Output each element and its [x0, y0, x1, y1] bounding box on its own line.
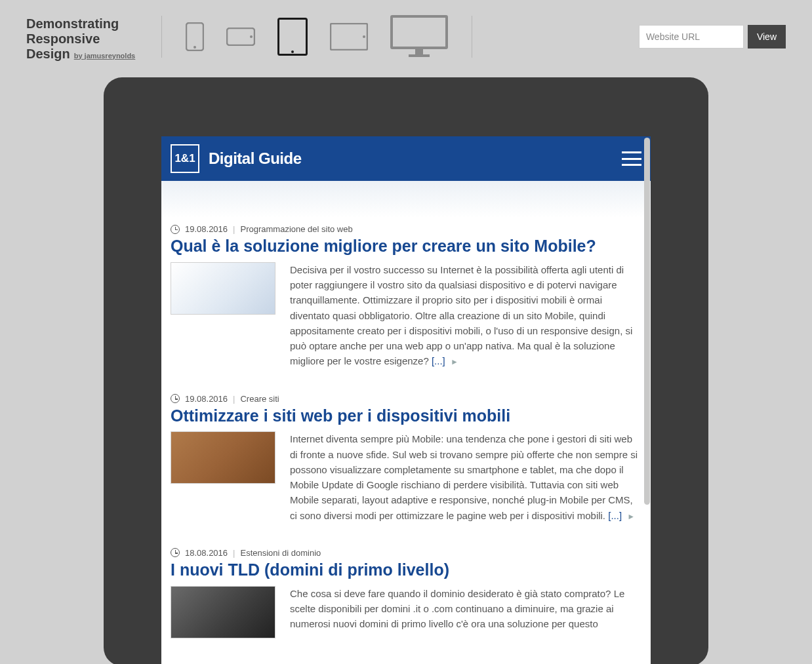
separator [472, 16, 472, 58]
article-category[interactable]: Creare siti [240, 394, 279, 404]
arrow-right-icon: ► [451, 357, 458, 366]
article-date: 19.08.2016 [185, 224, 228, 234]
desktop-icon[interactable] [390, 15, 448, 58]
svg-rect-9 [415, 49, 423, 54]
article: 18.08.2016 | Estensioni di dominio I nuo… [171, 541, 641, 657]
svg-rect-4 [279, 19, 307, 55]
brand-title-line: Responsive [26, 31, 151, 47]
article-excerpt: Che cosa si deve fare quando il dominio … [290, 586, 641, 632]
svg-point-1 [193, 46, 196, 49]
scrollbar[interactable] [644, 138, 650, 505]
article-meta: 19.08.2016 | Creare siti [171, 394, 641, 404]
article-list: 19.08.2016 | Programmazione del sito web… [161, 218, 651, 657]
separator: | [233, 548, 235, 558]
article: 19.08.2016 | Programmazione del sito web… [171, 218, 641, 387]
separator: | [233, 394, 235, 404]
tablet-landscape-icon[interactable] [330, 23, 368, 50]
article-title[interactable]: Qual è la soluzione migliore per creare … [171, 237, 641, 256]
device-frame: 1&1 Digital Guide 19.08.2016 | Programma… [104, 77, 708, 664]
article-excerpt: Decisiva per il vostro successo su Inter… [290, 262, 641, 369]
page-header: 1&1 Digital Guide [161, 136, 651, 181]
tablet-portrait-icon[interactable] [277, 18, 308, 56]
svg-rect-10 [409, 54, 430, 57]
brand-block: Demonstrating Responsive Design by jamus… [26, 12, 151, 62]
arrow-right-icon: ► [627, 512, 635, 521]
article-excerpt-text: Che cosa si deve fare quando il dominio … [290, 588, 624, 630]
read-more-link[interactable]: [...] [608, 510, 622, 521]
separator: | [233, 224, 235, 234]
svg-rect-6 [331, 24, 367, 50]
url-controls: View [639, 25, 786, 49]
article-excerpt-text: Internet diventa sempre più Mobile: una … [290, 433, 638, 520]
read-more-link[interactable]: [...] [432, 355, 445, 366]
svg-point-5 [291, 50, 294, 53]
phone-landscape-icon[interactable] [226, 28, 255, 46]
svg-point-7 [363, 35, 365, 38]
brand-logo[interactable]: 1&1 [171, 144, 199, 173]
article-category[interactable]: Estensioni di dominio [240, 548, 321, 558]
article-excerpt-text: Decisiva per il vostro successo su Inter… [290, 264, 632, 367]
page-title: Digital Guide [209, 149, 302, 168]
clock-icon [171, 548, 180, 557]
header-banner [161, 181, 651, 218]
article-thumbnail[interactable] [171, 586, 275, 638]
hamburger-menu-icon[interactable] [622, 151, 641, 166]
url-input[interactable] [639, 25, 744, 49]
separator [161, 16, 162, 58]
article-excerpt: Internet diventa sempre più Mobile: una … [290, 431, 641, 523]
article-thumbnail[interactable] [171, 262, 275, 315]
emulated-screen: 1&1 Digital Guide 19.08.2016 | Programma… [161, 136, 651, 664]
svg-rect-8 [392, 16, 447, 48]
clock-icon [171, 394, 180, 403]
article-meta: 19.08.2016 | Programmazione del sito web [171, 224, 641, 234]
article-title[interactable]: I nuovi TLD (domini di primo livello) [171, 560, 641, 579]
view-button[interactable]: View [748, 25, 786, 49]
brand-title-line: Demonstrating [26, 16, 151, 31]
article-category[interactable]: Programmazione del sito web [240, 224, 352, 234]
article-thumbnail[interactable] [171, 431, 275, 484]
article-title[interactable]: Ottimizzare i siti web per i dispositivi… [171, 406, 641, 425]
brand-title: Demonstrating Responsive Design by jamus… [26, 16, 151, 62]
article-date: 19.08.2016 [185, 394, 228, 404]
brand-title-line: Design [26, 47, 70, 62]
article: 19.08.2016 | Creare siti Ottimizzare i s… [171, 387, 641, 541]
clock-icon [171, 225, 180, 234]
phone-portrait-icon[interactable] [186, 22, 204, 51]
article-date: 18.08.2016 [185, 548, 228, 558]
brand-author-link[interactable]: by jamusreynolds [74, 52, 136, 60]
top-toolbar: Demonstrating Responsive Design by jamus… [0, 0, 812, 66]
svg-point-3 [250, 35, 253, 38]
device-picker [173, 10, 461, 63]
article-meta: 18.08.2016 | Estensioni di dominio [171, 548, 641, 558]
